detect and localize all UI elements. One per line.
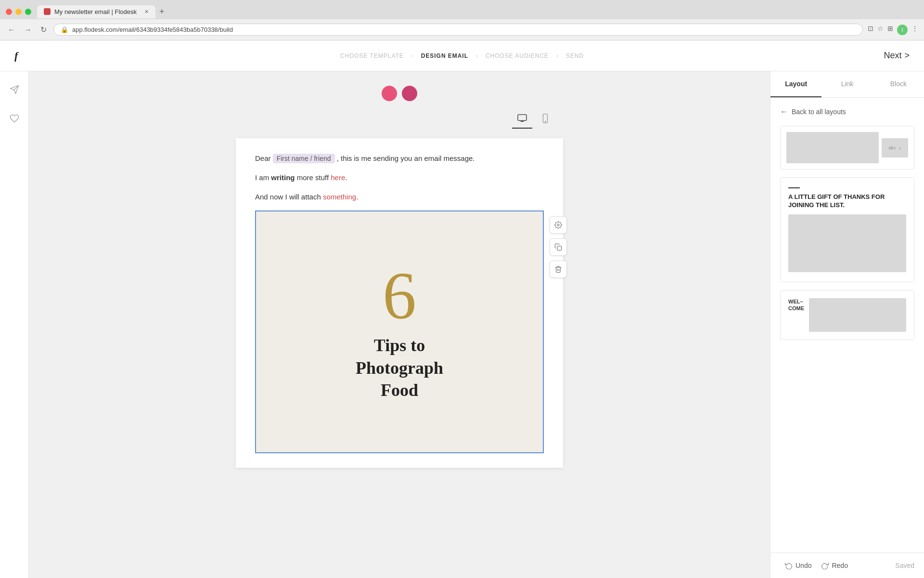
dot-1 xyxy=(382,86,397,101)
back-nav-button[interactable]: ← xyxy=(6,25,17,35)
tab-block[interactable]: Block xyxy=(873,71,924,97)
address-bar: ← → ↻ 🔒 app.flodesk.com/email/6343b9334f… xyxy=(0,19,924,40)
tab-link[interactable]: Link xyxy=(821,71,873,97)
next-button[interactable]: Next > xyxy=(884,51,910,61)
url-bar[interactable]: 🔒 app.flodesk.com/email/6343b9334fe5843b… xyxy=(53,24,863,36)
window-controls xyxy=(6,9,31,15)
dot-2 xyxy=(402,86,417,101)
back-arrow-icon: ← xyxy=(780,107,788,116)
thumb-small-label: abc ↓ xyxy=(882,138,908,158)
send-sidebar-icon[interactable] xyxy=(6,81,23,98)
undo-label: Undo xyxy=(796,562,811,569)
step-choose-template: CHOOSE TEMPLATE xyxy=(340,53,404,59)
email-header-dots xyxy=(382,86,417,101)
next-arrow: > xyxy=(904,51,910,61)
step-sep-2: › xyxy=(476,53,478,59)
bookmark-icon[interactable]: ☆ xyxy=(877,25,884,35)
image-block-inner: 6 Tips to Photograph Food xyxy=(256,211,543,452)
delete-action-button[interactable] xyxy=(550,261,567,278)
undo-button[interactable]: Undo xyxy=(780,559,816,572)
thumb-placeholder-1 xyxy=(786,132,879,163)
line2-bold: writing xyxy=(271,173,295,182)
forward-nav-button[interactable]: → xyxy=(22,25,34,35)
panel-tabs: Layout Link Block xyxy=(770,71,924,98)
address-bar-icons: ⊡ ☆ ⊞ I ⋮ xyxy=(868,25,918,35)
email-line-2: I am writing more stuff here. xyxy=(255,172,544,184)
nav-steps: CHOOSE TEMPLATE › DESIGN EMAIL › CHOOSE … xyxy=(340,53,584,59)
thumb-title: A LITTLE GIFT OF THANKS FOR JOINING THE … xyxy=(788,193,906,210)
tab-close-button[interactable]: ✕ xyxy=(144,9,149,15)
layout-thumbnail-3[interactable]: WEL–COME xyxy=(780,290,914,340)
title-line2: Photograph xyxy=(356,358,443,378)
line3-link[interactable]: something xyxy=(323,193,356,201)
line2-prefix: I am xyxy=(255,173,271,182)
welcome-text: WEL–COME xyxy=(788,298,804,312)
desktop-view-button[interactable] xyxy=(512,111,532,129)
cast-icon: ⊡ xyxy=(868,25,873,35)
tab-bar: My newsletter email | Flodesk ✕ + xyxy=(0,0,924,19)
refresh-button[interactable]: ↻ xyxy=(38,24,49,35)
layout-text-content: A LITTLE GIFT OF THANKS FOR JOINING THE … xyxy=(781,178,914,282)
settings-action-button[interactable] xyxy=(550,216,567,234)
line2-link[interactable]: here xyxy=(331,173,345,182)
tab-layout[interactable]: Layout xyxy=(770,71,821,97)
heart-sidebar-icon[interactable] xyxy=(6,110,23,127)
active-tab[interactable]: My newsletter email | Flodesk ✕ xyxy=(37,5,155,18)
step-choose-audience: CHOOSE AUDIENCE xyxy=(486,53,549,59)
bottom-bar: Undo Redo Saved xyxy=(770,552,924,578)
minimize-button[interactable] xyxy=(15,9,22,15)
logo-letter: f xyxy=(14,50,18,62)
big-number: 6 xyxy=(383,262,416,329)
duplicate-action-button[interactable] xyxy=(550,238,567,256)
step-design-email: DESIGN EMAIL xyxy=(421,53,468,59)
new-tab-button[interactable]: + xyxy=(155,5,252,19)
title-line1: Tips to xyxy=(374,336,425,355)
maximize-button[interactable] xyxy=(25,9,31,15)
extensions-icon[interactable]: ⊞ xyxy=(887,25,893,35)
mobile-view-button[interactable] xyxy=(537,111,553,129)
title-line3: Food xyxy=(381,381,418,400)
svg-point-6 xyxy=(545,121,545,122)
image-title: Tips to Photograph Food xyxy=(356,334,443,402)
step-sep-1: › xyxy=(411,53,413,59)
back-to-layouts-label: Back to all layouts xyxy=(792,108,846,116)
next-label: Next xyxy=(884,51,901,61)
svg-rect-2 xyxy=(518,115,526,121)
image-block[interactable]: 6 Tips to Photograph Food xyxy=(255,210,544,453)
layout-thumbnail-2[interactable]: A LITTLE GIFT OF THANKS FOR JOINING THE … xyxy=(780,177,914,282)
layout-welcome-content: WEL–COME xyxy=(781,290,914,340)
layout-thumbnail-1[interactable]: abc ↓ xyxy=(780,126,914,170)
canvas-area[interactable]: Dear First name / friend , this is me se… xyxy=(29,71,770,578)
tab-title: My newsletter email | Flodesk xyxy=(54,8,137,15)
block-actions xyxy=(550,216,567,278)
profile-icon[interactable]: I xyxy=(897,25,908,35)
line3-end: . xyxy=(356,193,358,201)
back-to-layouts-button[interactable]: ← Back to all layouts xyxy=(780,107,914,116)
step-send: SEND xyxy=(566,53,584,59)
thumb-line-decoration xyxy=(788,187,800,188)
saved-status: Saved xyxy=(895,562,914,569)
email-line-3: And now I will attach something. xyxy=(255,191,544,203)
svg-point-7 xyxy=(557,224,559,226)
logo: f xyxy=(14,50,18,62)
merge-tag[interactable]: First name / friend xyxy=(273,154,335,163)
close-button[interactable] xyxy=(6,9,12,15)
left-sidebar xyxy=(0,71,29,578)
redo-button[interactable]: Redo xyxy=(816,559,852,572)
right-panel: Layout Link Block ← Back to all layouts … xyxy=(770,71,924,578)
greeting-text: Dear xyxy=(255,154,271,162)
line2-end: . xyxy=(345,173,347,182)
redo-label: Redo xyxy=(832,562,847,569)
flodesk-tab-icon xyxy=(44,8,51,15)
thumb-gray-block xyxy=(788,214,906,272)
welcome-gray-block xyxy=(809,298,906,332)
browser-chrome: My newsletter email | Flodesk ✕ + ← → ↻ … xyxy=(0,0,924,40)
email-content: Dear First name / friend , this is me se… xyxy=(236,138,563,468)
email-line-1: Dear First name / friend , this is me se… xyxy=(255,153,544,164)
line2-rest: more stuff xyxy=(295,173,331,182)
menu-icon[interactable]: ⋮ xyxy=(911,25,918,35)
svg-rect-8 xyxy=(557,246,562,250)
line3-text: And now I will attach xyxy=(255,193,323,201)
step-sep-3: › xyxy=(556,53,558,59)
top-nav: f CHOOSE TEMPLATE › DESIGN EMAIL › CHOOS… xyxy=(0,40,924,71)
